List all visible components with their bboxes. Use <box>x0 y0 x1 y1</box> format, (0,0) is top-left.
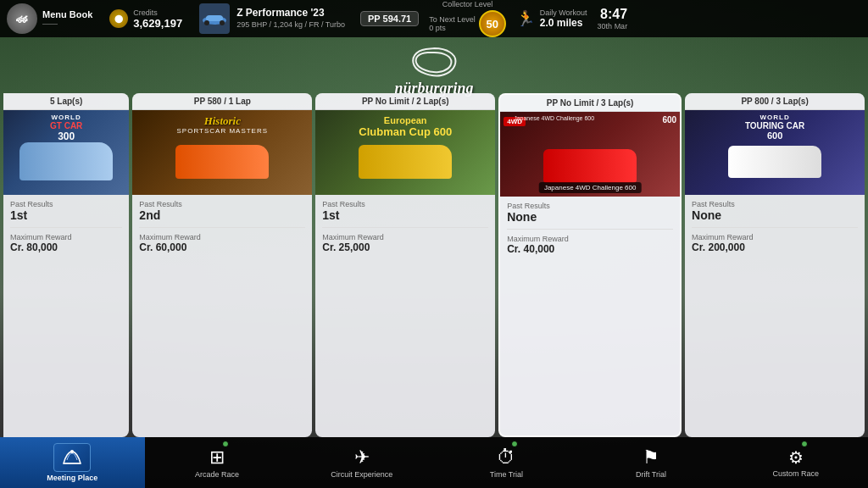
card-4-reward: Maximum Reward Cr. 40,000 <box>507 235 673 255</box>
card-3-image: European Clubman Cup 600 <box>315 110 495 195</box>
card-5-image: WORLD TOURING CAR 600 <box>685 110 865 195</box>
nav-label-circuit-experience: Circuit Experience <box>331 470 392 479</box>
clock-display: 8:47 <box>598 7 628 22</box>
race-card-1[interactable]: 5 Lap(s) WORLD GT CAR 300 Past Results 1… <box>3 93 129 437</box>
card-3-header: PP No Limit / 2 Lap(s) <box>315 93 495 110</box>
menu-label: Menu Book <box>42 9 92 19</box>
event-badge-4: Japanese 4WD Challenge 600 <box>539 182 642 193</box>
workout-icon: 🏃 <box>516 9 535 28</box>
card-2-reward: Maximum Reward Cr. 60,000 <box>139 233 305 253</box>
time-section: 8:47 30th Mar <box>598 7 628 30</box>
collector-next-label: To Next Level 0 pts <box>429 15 476 32</box>
card-3-result: Past Results 1st <box>322 200 488 222</box>
pp-value: PP 594.71 <box>360 11 419 26</box>
nav-time-trial[interactable]: ⏱ Time Trial <box>434 437 579 488</box>
card-2-result: Past Results 2nd <box>139 200 305 222</box>
collector-level-badge: 50 <box>479 10 506 37</box>
card-1-image: WORLD GT CAR 300 <box>3 110 129 195</box>
bottom-navigation: Meeting Place ⊞ Arcade Race ✈ Circuit Ex… <box>0 437 868 488</box>
card-4-result: Past Results None <box>507 202 673 224</box>
gt-logo: 🏎 <box>7 3 37 34</box>
nav-circuit-experience[interactable]: ✈ Circuit Experience <box>289 437 434 488</box>
card-2-image: Historic SPORTSCAR MASTERS <box>132 110 312 195</box>
topbar: 🏎 Menu Book —— ⬤ Credits 3,629,197 Z Per… <box>0 0 868 37</box>
race-card-4[interactable]: PP No Limit / 3 Lap(s) 4WD Japanese 4WD … <box>498 93 682 437</box>
custom-race-notification-dot <box>801 441 808 447</box>
credits-value: 3,629,197 <box>133 17 182 30</box>
nav-custom-race[interactable]: ⚙ Custom Race <box>723 437 868 488</box>
arcade-notification-dot <box>222 441 229 447</box>
nav-label-drift-trial: Drift Trial <box>636 470 666 479</box>
collector-section: Collector Level To Next Level 0 pts 50 <box>429 0 506 37</box>
credits-label: Credits <box>133 8 182 17</box>
arcade-race-icon: ⊞ <box>209 446 225 469</box>
menu-book[interactable]: Menu Book —— <box>42 9 92 28</box>
svg-point-3 <box>220 20 225 25</box>
drift-trial-icon: ⚑ <box>643 446 659 469</box>
card-1-result: Past Results 1st <box>10 200 122 222</box>
car-section[interactable]: Z Performance '23 295 BHP / 1,204 kg / F… <box>199 3 419 34</box>
meeting-place-icon <box>53 443 91 472</box>
nav-label-meeting-place: Meeting Place <box>47 474 97 482</box>
card-5-header: PP 800 / 3 Lap(s) <box>685 93 865 110</box>
card-4-image: 4WD Japanese 4WD Challenge 600 600 Japan… <box>500 112 680 197</box>
svg-point-4 <box>70 450 74 453</box>
race-card-2[interactable]: PP 580 / 1 Lap Historic SPORTSCAR MASTER… <box>132 93 312 437</box>
race-cards-container: 5 Lap(s) WORLD GT CAR 300 Past Results 1… <box>0 93 868 437</box>
circuit-experience-icon: ✈ <box>354 446 370 469</box>
card-1-reward: Maximum Reward Cr. 80,000 <box>10 233 122 253</box>
credits-section: ⬤ Credits 3,629,197 <box>109 8 182 30</box>
custom-race-icon: ⚙ <box>788 447 804 468</box>
collector-label: Collector Level <box>442 0 493 8</box>
card-1-header: 5 Lap(s) <box>3 93 129 110</box>
card-3-reward: Maximum Reward Cr. 25,000 <box>322 233 488 253</box>
date-display: 30th Mar <box>598 22 628 30</box>
nav-label-custom-race: Custom Race <box>772 469 819 478</box>
nav-meeting-place[interactable]: Meeting Place <box>0 437 145 488</box>
card-5-reward: Maximum Reward Cr. 200,000 <box>692 233 858 253</box>
card-2-header: PP 580 / 1 Lap <box>132 93 312 110</box>
nav-drift-trial[interactable]: ⚑ Drift Trial <box>579 437 724 488</box>
car-specs: 295 BHP / 1,204 kg / FR / Turbo <box>236 20 345 30</box>
nav-arcade-race[interactable]: ⊞ Arcade Race <box>145 437 290 488</box>
workout-value: 2.0 miles <box>540 17 587 29</box>
race-card-5[interactable]: PP 800 / 3 Lap(s) WORLD TOURING CAR 600 … <box>685 93 865 437</box>
workout-label: Daily Workout <box>540 8 587 17</box>
card-4-header: PP No Limit / 3 Lap(s) <box>500 95 680 112</box>
nav-label-arcade-race: Arcade Race <box>195 470 239 479</box>
race-card-3[interactable]: PP No Limit / 2 Lap(s) European Clubman … <box>315 93 495 437</box>
svg-point-2 <box>204 20 209 25</box>
workout-section: 🏃 Daily Workout 2.0 miles <box>516 8 587 29</box>
nav-label-time-trial: Time Trial <box>490 470 523 479</box>
car-icon <box>199 3 230 34</box>
car-name: Z Performance '23 <box>236 7 345 20</box>
card-5-result: Past Results None <box>692 200 858 222</box>
time-trial-notification-dot <box>511 441 518 447</box>
track-logo: nürburgring <box>394 44 473 97</box>
credits-icon: ⬤ <box>109 9 128 28</box>
svg-rect-1 <box>206 15 223 21</box>
time-trial-icon: ⏱ <box>497 446 515 469</box>
